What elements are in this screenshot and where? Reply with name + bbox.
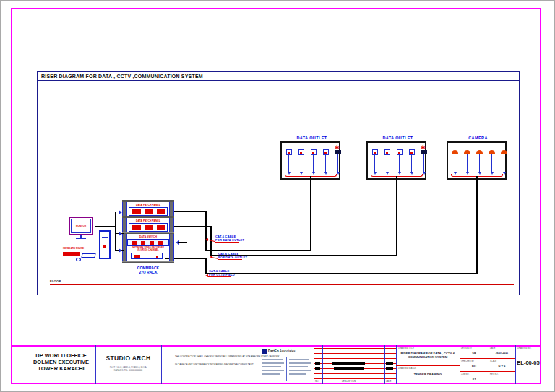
patch-panel-1 <box>129 207 168 216</box>
camera-symbol <box>501 149 507 175</box>
revision-col-divider <box>384 345 385 384</box>
wire-run-3 <box>205 273 478 274</box>
access-point-icon <box>335 150 341 154</box>
consultant-address-bar <box>289 370 311 371</box>
keyboard-red-block <box>63 252 80 256</box>
meta-value: N.T.S <box>489 365 515 368</box>
comm-rack: DATA PATCH PANEL DATA PATCH PANEL DATA S… <box>122 200 174 263</box>
access-point-icon <box>421 150 427 154</box>
revision-row-line <box>314 358 396 359</box>
data-switch <box>127 239 169 246</box>
revision-entry-bar <box>334 367 364 370</box>
revision-row-line <box>314 353 396 354</box>
leader-line <box>218 259 242 260</box>
monitor-cable <box>95 226 115 227</box>
note-line: IN CASE OF ANY DISCREPANCY IN DRAWING IN… <box>171 363 252 366</box>
architect-address-line: KARACHI. TEL : 0000-0000000 <box>95 370 161 373</box>
leader-arrow <box>205 274 208 277</box>
consultant-address-bar <box>262 362 284 364</box>
data-switch-label: DATA SWITCH <box>122 235 174 238</box>
drawing-status-header: DRAWING STATUS <box>398 367 416 370</box>
drawing-number: EL-00-05 <box>515 360 541 366</box>
meta-header: CHECKED BY <box>461 360 474 362</box>
data-outlet-icon <box>409 149 415 155</box>
note-line: THE CONTRACTOR SHALL CHECK & VERIFY ALL … <box>171 355 252 358</box>
revision-no-bar <box>315 367 320 370</box>
meta-value: FJ <box>460 378 489 381</box>
consultant-address-bar <box>289 366 308 367</box>
drawing-title-header: DRAWING TITLE <box>398 347 414 349</box>
data-outlet-symbol <box>285 149 292 175</box>
monitor-base <box>76 238 86 239</box>
camera-symbol <box>489 149 495 175</box>
cell-divider <box>95 345 96 384</box>
dome-camera-icon <box>464 150 470 154</box>
rack-rail <box>122 200 174 202</box>
drawing-no-header: DRAWING NO. <box>517 347 531 349</box>
access-point-symbol <box>335 149 341 175</box>
cell-divider <box>161 345 162 384</box>
floor-line <box>50 284 514 285</box>
dome-camera-icon <box>452 150 458 154</box>
wire-drop-1 <box>205 211 207 251</box>
revision-date-bar <box>386 362 393 365</box>
data-outlet-icon <box>372 149 378 155</box>
camera-symbol <box>452 149 458 175</box>
consultant-address-bar <box>262 373 280 375</box>
rack-rail <box>122 232 174 234</box>
cable-dashed-line <box>451 147 502 147</box>
cable-dashed-line <box>371 147 422 147</box>
revision-row-line <box>314 378 396 379</box>
leader-line <box>208 276 231 277</box>
wire-drop-3 <box>205 258 207 274</box>
data-outlet-box-1: DATA OUTLET <box>280 141 340 180</box>
floor-label: FLOOR <box>50 279 61 283</box>
cad-sheet-window: RISER DIAGRAM FOR DATA , CCTV ,COMMUNICA… <box>0 0 555 392</box>
revision-date-bar <box>386 367 393 370</box>
rack-name: COMMRACK 27U RACK <box>122 266 174 274</box>
consultant-logo-icon <box>262 349 267 354</box>
meta-header: SCALE <box>490 360 496 362</box>
project-name: DP WORLD OFFICE DOLMEN EXECUTIVE TOWER K… <box>27 352 95 372</box>
consultant-name-rest: Associates <box>279 349 296 353</box>
leader-arrow <box>210 256 212 258</box>
cable-label-2: CAT-6 CABLE FOR DATA OUTLET <box>218 253 247 259</box>
data-outlet-box-2: DATA OUTLET <box>366 141 426 180</box>
camera-label: CAMERA <box>441 136 515 140</box>
rack-name-line: 27U RACK <box>122 270 174 274</box>
dome-camera-icon <box>501 150 507 154</box>
leader-arrow <box>205 238 208 241</box>
access-point-symbol <box>421 149 427 175</box>
meta-header: JOB NO. <box>461 373 469 375</box>
title-cell-divider <box>396 365 460 366</box>
ws-junction-line <box>115 212 116 251</box>
keyboard-mouse-label: KEYBOARD MOUSE <box>63 247 84 250</box>
meta-value: SB <box>460 352 489 355</box>
patch-panel-2-label: DATA PATCH PANEL <box>122 219 174 222</box>
data-outlet-symbol <box>310 149 317 175</box>
consultant-address-bar <box>262 366 281 367</box>
keyboard-icon <box>81 253 95 258</box>
rack-rail <box>122 261 174 263</box>
nvr-label-line: (N.V.R) 16 CHANNEL <box>122 249 174 251</box>
meta-row-line <box>460 371 515 372</box>
wire-rack-out-1 <box>174 211 205 212</box>
data-outlet-symbol <box>298 149 304 175</box>
camera-symbol <box>476 149 483 175</box>
data-outlet-label-2: DATA OUTLET <box>361 136 435 140</box>
pc-tower <box>99 230 111 259</box>
data-outlet-icon <box>323 149 329 155</box>
rack-rail <box>122 216 174 218</box>
revision-col-desc-header: DESCRIPTION <box>342 380 356 383</box>
wire-rack-out-2 <box>174 226 210 227</box>
revision-col-date-header: DATE <box>386 380 391 383</box>
diagram-title: RISER DIAGRAM FOR DATA , CCTV ,COMMUNICA… <box>41 74 203 79</box>
wire-riser-3 <box>476 176 478 274</box>
consultant-name-bold: DartEn <box>268 349 279 353</box>
consultant-address-bar <box>262 370 284 371</box>
dome-camera-icon <box>489 150 495 154</box>
consultant-address-bar <box>289 359 309 360</box>
camera-symbol <box>464 149 470 175</box>
cctv-monitor: MONITOR <box>69 217 93 235</box>
nvr-unit <box>131 253 163 259</box>
